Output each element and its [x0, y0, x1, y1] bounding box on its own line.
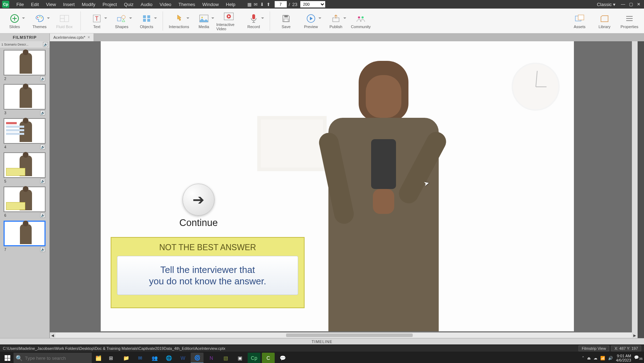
continue-button[interactable]: ➔ — [183, 184, 215, 216]
slides-tool[interactable]: Slides — [2, 10, 27, 32]
status-coords: X: 487 Y: 197 — [611, 346, 641, 351]
speaker-icon[interactable]: 🔊 — [40, 179, 45, 184]
teams-icon[interactable]: 👥 — [148, 353, 161, 363]
app-green-icon[interactable]: ▧ — [219, 353, 232, 363]
objects-tool[interactable]: Objects — [134, 10, 159, 32]
vertical-scrollbar[interactable] — [632, 41, 638, 332]
download-icon[interactable]: ⬇ — [259, 1, 265, 7]
library-tool[interactable]: Library — [592, 10, 617, 32]
menu-video[interactable]: Video — [156, 2, 175, 7]
slide-thumbnail-7[interactable]: 7🔊 — [4, 221, 46, 253]
svg-point-3 — [41, 17, 42, 18]
filmstrip-toprow[interactable]: 1 Scenario Descr... 🔊 — [0, 41, 49, 48]
scroll-right-icon[interactable]: ▶ — [632, 332, 638, 338]
horizontal-scrollbar[interactable]: ◀ ▶ — [50, 332, 638, 338]
edge-icon[interactable]: 🌀 — [191, 353, 204, 363]
svg-rect-12 — [147, 15, 150, 18]
tray-cloud-icon[interactable]: ☁ — [593, 356, 597, 361]
chrome-icon[interactable]: 🌐 — [162, 353, 175, 363]
slide-thumbnail-6[interactable]: 6🔊 — [4, 186, 46, 219]
taskbar-search[interactable]: 🔍 — [14, 353, 92, 363]
close-button[interactable]: ✕ — [635, 1, 642, 7]
word-icon[interactable]: W — [176, 353, 189, 363]
tray-notifications[interactable]: 💬36 — [634, 355, 643, 361]
menu-window[interactable]: Window — [199, 2, 222, 7]
tray-chevron-icon[interactable]: ˄ — [582, 356, 584, 361]
explorer-double-icon[interactable]: 🗂️ — [92, 353, 105, 363]
captivate-icon[interactable]: Cp — [248, 353, 260, 363]
zoom-select[interactable]: 200 — [300, 1, 325, 7]
file-explorer-icon[interactable]: 📁 — [120, 353, 132, 363]
menu-modify[interactable]: Modify — [78, 2, 99, 7]
status-path: C:\Users\Madeline_Jacobsen\Work Folders\… — [3, 346, 225, 351]
menu-insert[interactable]: Insert — [59, 2, 78, 7]
publish-tool[interactable]: Publish — [323, 10, 348, 32]
menu-quiz[interactable]: Quiz — [121, 2, 137, 7]
slide-canvas[interactable]: ➔ Continue NOT THE BEST ANSWER Tell the … — [101, 41, 574, 331]
start-button[interactable] — [1, 353, 14, 363]
community-tool[interactable]: Community — [348, 10, 373, 32]
filmstrip-header: FILMSTRIP — [0, 33, 50, 41]
tray-usb-icon[interactable]: ⏏ — [587, 356, 591, 361]
file-tab[interactable]: AceInterview.cptx* × — [50, 33, 94, 41]
onenote-icon[interactable]: N — [205, 353, 218, 363]
properties-tool[interactable]: Properties — [617, 10, 642, 32]
outlook-icon[interactable]: ✉ — [134, 353, 147, 363]
tray-volume-icon[interactable]: 🔊 — [608, 356, 613, 361]
text-tool[interactable]: TText — [84, 10, 109, 32]
tray-wifi-icon[interactable]: 📶 — [600, 356, 605, 361]
slide-thumbnail-4[interactable]: 4🔊 — [4, 118, 46, 150]
menu-themes[interactable]: Themes — [175, 2, 199, 7]
scroll-thumb[interactable] — [286, 333, 413, 337]
menu-edit[interactable]: Edit — [27, 2, 42, 7]
slide-thumbnail-5[interactable]: 5🔊 — [4, 152, 46, 184]
slide-thumbnail-2[interactable]: 2🔊 — [4, 50, 46, 82]
status-view: Filmstrip View — [579, 346, 609, 351]
tray-clock[interactable]: 9:01 AM4/6/2023 — [616, 354, 631, 362]
toolbar: Slides Themes Fluid Box TText Shapes Obj… — [0, 9, 644, 33]
presenter-character[interactable] — [321, 61, 446, 331]
speaker-icon[interactable]: 🔊 — [40, 76, 45, 81]
upload-icon[interactable]: ⬆ — [265, 1, 272, 7]
workspace-switcher[interactable]: Classic ▾ — [595, 1, 618, 8]
media-tool[interactable]: Media — [191, 10, 216, 32]
answer-box-title: NOT THE BEST ANSWER — [111, 238, 304, 256]
current-slide-input[interactable] — [275, 1, 287, 7]
timeline-panel[interactable]: TIMELINE — [0, 338, 644, 344]
themes-tool[interactable]: Themes — [27, 10, 52, 32]
menu-audio[interactable]: Audio — [137, 2, 156, 7]
shapes-tool[interactable]: Shapes — [109, 10, 134, 32]
assets-tool[interactable]: Assets — [567, 10, 592, 32]
layout-icon[interactable]: ▦ — [246, 1, 253, 7]
system-tray[interactable]: ˄ ⏏ ☁ 📶 🔊 9:01 AM4/6/2023 💬36 — [582, 354, 643, 362]
menu-help[interactable]: Help — [222, 2, 239, 7]
preview-tool[interactable]: Preview — [299, 10, 323, 32]
tab-close-icon[interactable]: × — [88, 35, 90, 40]
speaker-icon[interactable]: 🔊 — [40, 247, 45, 252]
maximize-button[interactable]: ▢ — [628, 1, 634, 7]
menu-view[interactable]: View — [42, 2, 59, 7]
filmstrip-panel[interactable]: 1 Scenario Descr... 🔊 2🔊3🔊4🔊5🔊6🔊7🔊 — [0, 41, 50, 338]
right-panel-collapsed[interactable] — [638, 41, 644, 338]
menu-file[interactable]: File — [13, 2, 27, 7]
skype-icon[interactable]: 💬 — [276, 353, 289, 363]
scroll-left-icon[interactable]: ◀ — [50, 332, 56, 338]
record-tool[interactable]: Record — [241, 10, 266, 32]
mail-icon[interactable]: ✉ — [253, 1, 259, 7]
speaker-icon[interactable]: 🔊 — [40, 110, 45, 115]
camtasia-icon[interactable]: C — [262, 353, 275, 363]
search-input[interactable] — [25, 356, 85, 361]
interactive-video-tool[interactable]: Interactive Video — [216, 10, 241, 32]
speaker-icon[interactable]: 🔊 — [40, 144, 45, 149]
menu-project[interactable]: Project — [99, 2, 120, 7]
answer-box[interactable]: NOT THE BEST ANSWER Tell the interviewer… — [111, 237, 305, 308]
task-view-icon[interactable]: ⊞ — [105, 353, 117, 363]
save-tool[interactable]: Save — [274, 10, 299, 32]
app-teal-icon[interactable]: ▣ — [233, 353, 246, 363]
speaker-icon[interactable]: 🔊 — [40, 213, 45, 218]
slide-thumbnail-3[interactable]: 3🔊 — [4, 84, 46, 116]
minimize-button[interactable]: — — [620, 1, 626, 7]
interactions-tool[interactable]: Interactions — [167, 10, 191, 32]
slide-sep: / — [289, 2, 290, 7]
speaker-icon[interactable]: 🔊 — [43, 42, 48, 47]
